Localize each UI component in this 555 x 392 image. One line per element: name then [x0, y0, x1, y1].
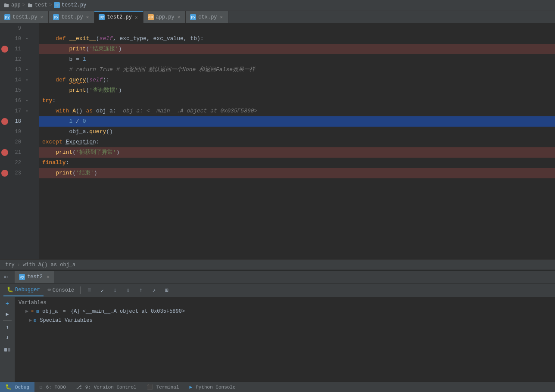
tab-app-icon: ap — [148, 14, 154, 20]
tab-test-label: test.py — [61, 14, 83, 20]
bp-area-21[interactable] — [0, 147, 9, 158]
code-content[interactable]: def __exit__(self, exc_type, exc_value, … — [39, 23, 555, 259]
debug-stacks-btn[interactable]: ≡₁ — [2, 272, 11, 282]
line-num-22: 22 — [9, 158, 24, 168]
tab-test[interactable]: py test.py ✕ — [49, 11, 94, 23]
bp-area-13[interactable] — [0, 65, 9, 75]
debug-btn-step-into[interactable]: ↓ — [109, 285, 121, 296]
bp-area-10[interactable] — [0, 34, 9, 44]
fold-12 — [24, 54, 30, 65]
tab-test1-icon: py — [4, 14, 10, 20]
svg-rect-3 — [28, 3, 30, 4]
debug-btn-evaluate[interactable]: ⊞ — [161, 285, 173, 296]
line-num-17: 17 — [9, 106, 24, 116]
debug-session-close[interactable]: ✕ — [47, 274, 50, 280]
status-debug[interactable]: 🐛 Debug — [0, 382, 34, 392]
tab-test1-label: test1.py — [12, 14, 37, 20]
breadcrumb-test[interactable]: test — [35, 2, 47, 8]
code-line-19: obj_a.query() — [39, 127, 555, 137]
editor-breadcrumb: try › with A() as obj_a — [0, 259, 555, 270]
tab-app-close[interactable]: ✕ — [177, 14, 181, 20]
tab-test1-close[interactable]: ✕ — [40, 14, 44, 20]
breakpoint-11[interactable] — [1, 46, 8, 53]
code-editor: 9 10 ▾ 11 12 — [0, 23, 555, 259]
status-version[interactable]: ⎇ 9: Version Control — [71, 382, 142, 392]
editor-bc-try: try — [5, 262, 15, 268]
breadcrumb-file[interactable]: test2.py — [62, 2, 87, 8]
fold-19 — [24, 127, 30, 137]
breakpoint-21[interactable] — [1, 149, 8, 156]
breadcrumb-app[interactable]: app — [11, 2, 21, 8]
fold-14[interactable]: ▾ — [24, 75, 30, 85]
fold-16[interactable]: ▾ — [24, 96, 30, 106]
todo-icon: ☑ — [40, 384, 43, 390]
debug-expand-btn[interactable]: ▶ — [3, 309, 12, 319]
bp-area-14[interactable] — [0, 75, 9, 85]
status-terminal[interactable]: ⬛ Terminal — [142, 382, 184, 392]
fold-22 — [24, 158, 30, 168]
bp-area-16[interactable] — [0, 96, 9, 106]
side-sep — [3, 320, 12, 321]
tab-ctx-close[interactable]: ✕ — [219, 14, 224, 20]
debug-panel: ≡₁ py test2 ✕ 🐛 Debugger ⌨ Console ≡ ↙ ↓… — [0, 270, 555, 382]
status-python-console[interactable]: ▶ Python Console — [184, 382, 241, 392]
breakpoint-18[interactable] — [1, 118, 8, 125]
code-line-22: finally: — [39, 158, 555, 168]
debug-session-test2[interactable]: py test2 ✕ — [15, 271, 54, 283]
bp-area-11[interactable] — [0, 44, 9, 54]
debug-btn-run-to[interactable]: ↗ — [148, 285, 160, 296]
tab-app[interactable]: ap app.py ✕ — [143, 11, 186, 23]
editor-bc-with: with A() as obj_a — [23, 262, 75, 268]
var-expand-special[interactable]: ▶ — [29, 317, 32, 324]
fold-10[interactable]: ▾ — [24, 34, 30, 44]
var-row-special[interactable]: ▶ ⊞ Special Variables — [15, 316, 555, 325]
line-num-20: 20 — [9, 137, 24, 147]
debug-btn-step-over[interactable]: ↙ — [96, 285, 108, 296]
gutter-row-18: 18 — [0, 116, 39, 127]
debug-btn-list[interactable]: ≡ — [83, 285, 95, 296]
gutter-row-14: 14 ▾ — [0, 75, 39, 85]
bp-area-19[interactable] — [0, 127, 9, 137]
line-num-9: 9 — [9, 23, 24, 34]
bp-area-20[interactable] — [0, 137, 9, 147]
status-bar: 🐛 Debug ☑ 6: TODO ⎇ 9: Version Control ⬛… — [0, 382, 555, 392]
status-todo[interactable]: ☑ 6: TODO — [34, 382, 71, 392]
tab-test1[interactable]: py test1.py ✕ — [0, 11, 49, 23]
fold-17[interactable]: ▾ — [24, 106, 30, 116]
tab-test-close[interactable]: ✕ — [85, 14, 90, 20]
code-line-20: except Exception: — [39, 137, 555, 147]
bp-area-22[interactable] — [0, 158, 9, 168]
debug-down-btn[interactable]: ⬇ — [3, 333, 12, 342]
bp-area-9[interactable] — [0, 23, 9, 34]
debug-btn-step-into-my[interactable]: ⇩ — [122, 285, 134, 296]
var-name-obj_a: obj_a — [42, 308, 58, 314]
var-row-obj_a[interactable]: ▶ ≡ ⊞ obj_a = {A} <__main__.A object at … — [15, 307, 555, 316]
fold-13[interactable]: ▾ — [24, 65, 30, 75]
bp-area-23[interactable] — [0, 168, 9, 178]
gutter-row-10: 10 ▾ — [0, 34, 39, 44]
debug-side-panel-btn[interactable] — [3, 345, 12, 355]
debug-add-btn[interactable]: + — [3, 299, 12, 308]
tab-test2-icon: py — [99, 14, 105, 20]
line-num-11: 11 — [9, 44, 24, 54]
version-label: 9: Version Control — [85, 385, 137, 390]
code-line-17: with A() as obj_a: obj_a: <__main__.A ob… — [39, 106, 555, 116]
console-tab[interactable]: ⌨ Console — [44, 284, 78, 296]
editor-bc-sep: › — [17, 262, 20, 268]
debugger-tab[interactable]: 🐛 Debugger — [3, 284, 44, 296]
bp-area-18[interactable] — [0, 116, 9, 127]
line-num-19: 19 — [9, 127, 24, 137]
bp-area-15[interactable] — [0, 85, 9, 96]
tab-test2-close[interactable]: ✕ — [134, 14, 139, 21]
debug-up-btn[interactable]: ⬆ — [3, 323, 12, 332]
bp-area-12[interactable] — [0, 54, 9, 65]
tab-ctx[interactable]: py ctx.py ✕ — [186, 11, 228, 23]
bp-area-17[interactable] — [0, 106, 9, 116]
gutter-row-23: 23 — [0, 168, 39, 178]
tab-test2[interactable]: py test2.py ✕ — [94, 11, 143, 23]
debug-btn-step-out[interactable]: ↑ — [135, 285, 147, 296]
code-line-23: print('结束') — [39, 168, 555, 178]
breakpoint-23[interactable] — [1, 170, 8, 177]
var-expand-obj_a[interactable]: ▶ — [25, 308, 28, 314]
todo-label: 6: TODO — [46, 385, 66, 390]
